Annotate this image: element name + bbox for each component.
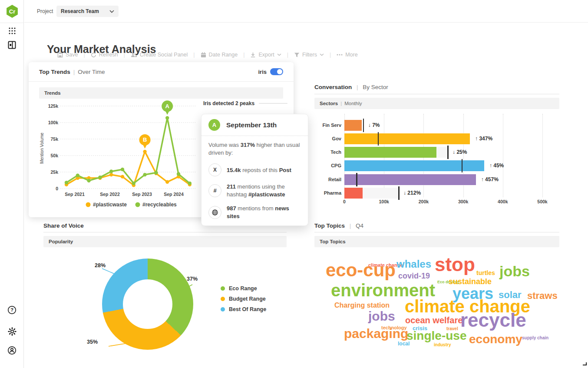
- apps-grid-icon[interactable]: [0, 27, 24, 35]
- cloud-word[interactable]: industry: [434, 343, 451, 347]
- popup-driver-item[interactable]: #211 mentions using the hashtag #plastic…: [208, 183, 301, 198]
- cloud-word[interactable]: straws: [527, 291, 558, 301]
- refresh-button[interactable]: Refresh: [91, 52, 118, 58]
- data-point[interactable]: [87, 179, 90, 182]
- y-tick-label: 100k: [48, 120, 59, 125]
- bar[interactable]: [344, 188, 363, 199]
- help-icon[interactable]: ?: [0, 305, 24, 315]
- pin-label: B: [143, 136, 147, 143]
- legend-item-budget-range[interactable]: Budget Range: [221, 296, 266, 302]
- peak-a-badge: A: [208, 119, 220, 131]
- cloud-word[interactable]: supply chain: [522, 336, 548, 340]
- cloud-word[interactable]: packaging: [344, 327, 408, 340]
- project-label: Project: [37, 8, 53, 14]
- data-point[interactable]: [143, 150, 146, 153]
- bar[interactable]: [344, 174, 476, 185]
- cloud-word[interactable]: jobs: [368, 310, 395, 323]
- cloud-word[interactable]: covid-19: [398, 272, 430, 280]
- download-icon: [250, 52, 256, 58]
- bar-row-gov: Gov↑ 347%: [314, 133, 559, 144]
- project-dropdown[interactable]: Research Team: [56, 6, 119, 17]
- legend-dot: [221, 297, 225, 301]
- sectors-widget-bar: Sectors | Monthly: [314, 98, 559, 109]
- pin-label: A: [165, 103, 170, 109]
- filters-button[interactable]: Filters: [294, 52, 324, 58]
- brand-logo[interactable]: Cr: [6, 5, 19, 18]
- popup-driver-text: 987 mentions from news sites: [227, 205, 301, 220]
- data-point[interactable]: [121, 168, 124, 171]
- bar-row-tech: Tech↓ 25%: [314, 147, 559, 158]
- data-point[interactable]: [165, 180, 169, 184]
- data-point[interactable]: [154, 171, 158, 174]
- delta-label: ↓ 212%: [403, 188, 421, 199]
- text-segment: Volume was: [208, 142, 241, 148]
- export-button[interactable]: Export: [250, 52, 281, 58]
- legend-label: Budget Range: [229, 296, 266, 302]
- data-point[interactable]: [65, 181, 68, 184]
- cloud-word[interactable]: ocean welfare: [405, 316, 462, 325]
- x-tick-label: Sep 2024: [164, 192, 184, 197]
- cloud-word[interactable]: eco-cup: [326, 261, 396, 279]
- legend-item-best-of-range[interactable]: Best Of Range: [221, 306, 266, 312]
- data-point[interactable]: [109, 169, 113, 173]
- toolbar-separator: |: [124, 52, 125, 58]
- data-point[interactable]: [121, 175, 124, 178]
- data-point[interactable]: [188, 182, 192, 185]
- slice-value-label: 35%: [87, 339, 98, 345]
- people-icon: [131, 52, 137, 58]
- data-point[interactable]: [109, 173, 113, 176]
- benchmark-marker: [447, 146, 449, 159]
- text-segment: mentions from: [236, 205, 275, 212]
- save-button[interactable]: Save: [57, 52, 78, 58]
- benchmark-marker: [363, 119, 364, 132]
- iris-toggle-label: iris: [258, 69, 267, 75]
- cloud-word[interactable]: turtles: [476, 270, 495, 276]
- cloud-word[interactable]: single-use: [406, 330, 466, 342]
- bar[interactable]: [344, 133, 470, 144]
- cloud-word[interactable]: stop: [435, 255, 475, 274]
- bar[interactable]: [344, 120, 362, 131]
- chevron-down-icon: [277, 53, 281, 56]
- iris-toggle[interactable]: [270, 68, 283, 75]
- legend-label[interactable]: #recycleables: [142, 202, 177, 208]
- x-tick-label: 100k: [379, 199, 389, 204]
- legend-item-eco-range[interactable]: Eco Range: [221, 285, 266, 292]
- bar[interactable]: [344, 160, 484, 171]
- popup-driver-text: 211 mentions using the hashtag #plasticw…: [227, 183, 301, 198]
- data-point[interactable]: [98, 176, 102, 179]
- date-range-button[interactable]: Date Range: [201, 52, 238, 58]
- popup-driver-item[interactable]: X15.4k reposts of this Post: [208, 163, 301, 176]
- data-point[interactable]: [132, 182, 135, 185]
- cloud-word[interactable]: economy: [469, 333, 522, 345]
- data-point[interactable]: [143, 173, 146, 176]
- data-point[interactable]: [76, 173, 79, 177]
- cloud-word[interactable]: whales: [396, 259, 431, 269]
- svg-text:X: X: [213, 167, 217, 173]
- cloud-word[interactable]: recycle: [460, 311, 526, 330]
- cloud-word[interactable]: Charging station: [334, 302, 390, 309]
- text-segment: 317%: [241, 142, 255, 148]
- panel-toggle-icon[interactable]: [0, 41, 24, 49]
- leader-line: [180, 285, 192, 291]
- legend-dot: [221, 307, 225, 312]
- bar[interactable]: [344, 147, 436, 158]
- delta-label: ↑ 457%: [481, 174, 499, 185]
- funnel-icon: [294, 52, 300, 58]
- data-point[interactable]: [165, 116, 169, 119]
- benchmark-marker: [356, 173, 357, 186]
- refresh-icon: [91, 52, 96, 58]
- cloud-word[interactable]: environment: [331, 282, 435, 299]
- account-icon[interactable]: [0, 346, 24, 355]
- cloud-word[interactable]: jobs: [499, 264, 530, 278]
- peak-pin-a[interactable]: A: [162, 100, 173, 115]
- popup-driver-item[interactable]: 987 mentions from news sites: [208, 205, 301, 220]
- settings-gear-icon[interactable]: [0, 327, 24, 336]
- text-segment: Post: [279, 167, 291, 173]
- popup-body: Volume was 317% higher than usual driven…: [202, 136, 308, 220]
- more-button[interactable]: More: [337, 52, 357, 58]
- create-social-panel-button[interactable]: Create Social Panel: [131, 52, 188, 58]
- legend-label[interactable]: #plasticwaste: [93, 202, 127, 208]
- data-point[interactable]: [177, 172, 180, 176]
- peak-pin-b[interactable]: B: [139, 134, 151, 149]
- cloud-word[interactable]: local: [398, 341, 410, 346]
